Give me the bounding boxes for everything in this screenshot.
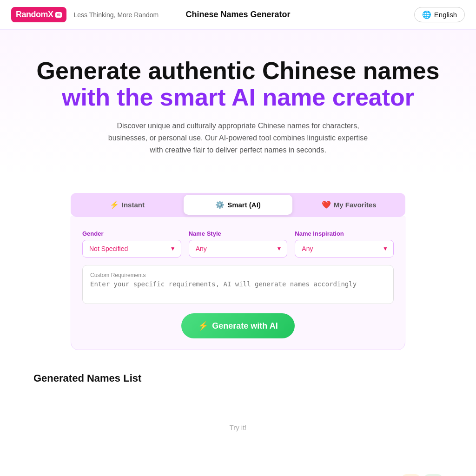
name-style-field-group: Name Style Any Traditional Modern Classi… — [189, 230, 288, 258]
tab-favorites[interactable]: ❤️ My Favorites — [294, 195, 403, 215]
tab-smart-label: Smart (AI) — [227, 201, 261, 209]
generate-btn-wrapper: ⚡ Generate with AI — [82, 313, 394, 338]
previously-generated-section: Previously Generated Results (0) 📋 📥 No … — [15, 474, 461, 476]
generated-names-section: Generated Names List Try it! — [15, 372, 461, 459]
name-style-select-wrapper: Any Traditional Modern Classic ▼ — [189, 240, 288, 258]
custom-requirements-box: Custom Requirements — [82, 265, 394, 304]
logo-text: RandomX — [16, 10, 53, 20]
form-panel: Gender Not Specified Male Female ▼ Name … — [71, 217, 405, 350]
gender-label: Gender — [82, 230, 181, 237]
generate-button[interactable]: ⚡ Generate with AI — [181, 313, 294, 338]
tab-instant-label: Instant — [122, 201, 145, 209]
custom-req-label: Custom Requirements — [90, 272, 386, 278]
logo-ai-badge: AI — [55, 12, 62, 18]
gender-select-wrapper: Not Specified Male Female ▼ — [82, 240, 181, 258]
tab-favorites-label: My Favorites — [334, 201, 377, 209]
name-style-label: Name Style — [189, 230, 288, 237]
generate-icon: ⚡ — [198, 321, 208, 331]
download-button[interactable]: 📥 — [424, 474, 443, 476]
gender-select[interactable]: Not Specified Male Female — [82, 240, 181, 258]
name-inspiration-select[interactable]: Any Nature Virtue Prosperity — [295, 240, 394, 258]
custom-req-input[interactable] — [90, 280, 386, 295]
translate-icon: 🌐 — [422, 10, 431, 19]
language-label: English — [434, 11, 457, 19]
fields-row: Gender Not Specified Male Female ▼ Name … — [82, 230, 394, 258]
gender-field-group: Gender Not Specified Male Female ▼ — [82, 230, 181, 258]
name-style-select[interactable]: Any Traditional Modern Classic — [189, 240, 288, 258]
tab-instant[interactable]: ⚡ Instant — [73, 195, 182, 215]
favorites-icon: ❤️ — [322, 200, 331, 209]
name-inspiration-field-group: Name Inspiration Any Nature Virtue Prosp… — [295, 230, 394, 258]
prev-actions: 📋 📥 — [402, 474, 443, 476]
tab-bar: ⚡ Instant ⚙️ Smart (AI) ❤️ My Favorites — [71, 193, 405, 217]
header: RandomX AI Less Thinking, More Random Ch… — [0, 0, 476, 30]
hero-heading-line1: Generate authentic Chinese names — [37, 57, 440, 84]
page-title: Chinese Names Generator — [185, 10, 290, 20]
form-container: ⚡ Instant ⚙️ Smart (AI) ❤️ My Favorites … — [61, 193, 415, 350]
prev-header: Previously Generated Results (0) 📋 📥 — [33, 474, 443, 476]
name-inspiration-select-wrapper: Any Nature Virtue Prosperity ▼ — [295, 240, 394, 258]
export-button[interactable]: 📋 — [402, 474, 420, 476]
language-button[interactable]: 🌐 English — [414, 7, 465, 22]
hero-subtext: Discover unique and culturally appropria… — [103, 120, 373, 156]
smart-icon: ⚙️ — [215, 200, 225, 209]
tab-smart-ai[interactable]: ⚙️ Smart (AI) — [184, 195, 293, 215]
hero-section: Generate authentic Chinese names with th… — [0, 30, 476, 174]
logo[interactable]: RandomX AI — [11, 7, 66, 22]
try-it-message: Try it! — [33, 396, 443, 459]
name-inspiration-label: Name Inspiration — [295, 230, 394, 237]
hero-heading-line2: with the smart AI name creator — [62, 84, 414, 111]
generate-label: Generate with AI — [212, 321, 278, 331]
hero-heading: Generate authentic Chinese names with th… — [19, 58, 457, 111]
instant-icon: ⚡ — [110, 200, 119, 209]
generated-list-title: Generated Names List — [33, 372, 443, 384]
